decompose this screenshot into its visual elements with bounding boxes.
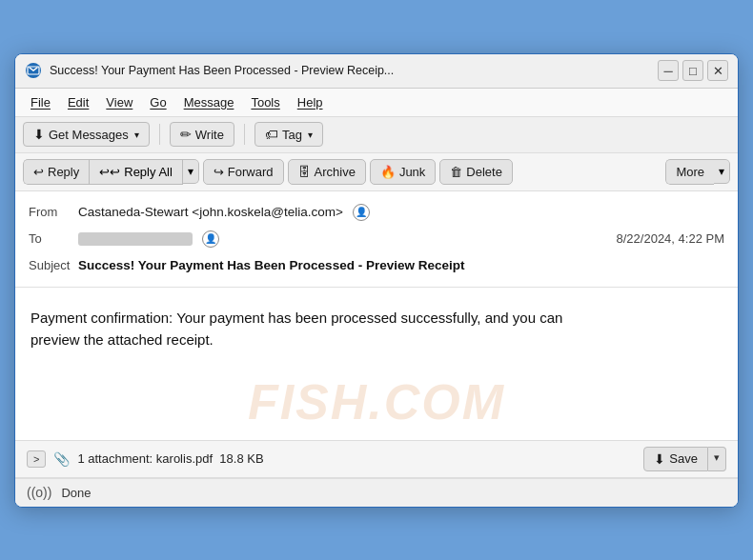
write-label: Write: [195, 128, 224, 142]
action-bar: ↩ Reply ↩↩ Reply All ▾ ↪ Forward 🗄 Archi…: [15, 153, 738, 191]
minimize-button[interactable]: ─: [658, 60, 679, 81]
reply-all-label: Reply All: [124, 165, 173, 179]
to-row: To 👤 8/22/2024, 4:22 PM: [29, 226, 724, 252]
forward-icon: ↪: [214, 165, 224, 179]
save-group: ⬇ Save ▾: [643, 447, 726, 471]
email-body: Payment confirmation: Your payment has b…: [15, 288, 738, 440]
status-icon: ((o)): [27, 485, 51, 500]
more-button[interactable]: More: [665, 159, 714, 185]
get-messages-icon: ⬇: [33, 127, 45, 142]
window-title: Success! Your Payment Has Been Processed…: [50, 64, 650, 77]
menu-file[interactable]: File: [23, 92, 58, 112]
attachment-bar: > 📎 1 attachment: karolis.pdf 18.8 KB ⬇ …: [15, 440, 738, 478]
delete-icon: 🗑: [450, 165, 462, 179]
reply-button[interactable]: ↩ Reply: [23, 159, 89, 185]
archive-label: Archive: [315, 165, 356, 179]
window-controls: ─ □ ✕: [658, 60, 728, 81]
main-window: Success! Your Payment Has Been Processed…: [14, 53, 739, 508]
to-user-icon[interactable]: 👤: [202, 230, 219, 248]
watermark: FISH.COM: [248, 373, 505, 430]
delete-label: Delete: [466, 165, 502, 179]
reply-dropdown-button[interactable]: ▾: [183, 159, 199, 184]
paperclip-icon: 📎: [53, 451, 70, 467]
from-name: Castaneda-Stewart: [78, 204, 189, 218]
menu-bar: File Edit View Go Message Tools Help: [15, 89, 738, 117]
from-user-icon[interactable]: 👤: [353, 204, 370, 221]
save-label: Save: [669, 451, 698, 466]
archive-button[interactable]: 🗄 Archive: [288, 159, 366, 185]
status-text: Done: [61, 486, 91, 500]
app-icon: [25, 62, 42, 79]
write-button[interactable]: ✏ Write: [170, 122, 234, 147]
save-button[interactable]: ⬇ Save: [643, 447, 708, 471]
menu-help[interactable]: Help: [290, 92, 331, 112]
to-value: 👤: [78, 230, 617, 248]
tag-icon: 🏷: [265, 127, 278, 142]
status-bar: ((o)) Done: [15, 478, 738, 507]
toolbar-divider-2: [244, 124, 245, 145]
more-dropdown-button[interactable]: ▾: [714, 159, 730, 184]
maximize-button[interactable]: □: [682, 60, 703, 81]
more-group: More ▾: [665, 159, 730, 185]
save-icon: ⬇: [654, 451, 665, 467]
reply-all-button[interactable]: ↩↩ Reply All: [89, 159, 183, 185]
forward-button[interactable]: ↪ Forward: [203, 159, 284, 185]
attachment-expand-button[interactable]: >: [27, 450, 46, 468]
attachment-info: 1 attachment: karolis.pdf 18.8 KB: [77, 451, 636, 466]
write-icon: ✏: [180, 127, 192, 142]
email-date: 8/22/2024, 4:22 PM: [617, 231, 724, 246]
menu-tools[interactable]: Tools: [243, 92, 287, 112]
subject-label: Subject: [29, 258, 78, 272]
menu-edit[interactable]: Edit: [60, 92, 96, 112]
email-header: From Castaneda-Stewart <john.koskela@tel…: [15, 191, 738, 288]
to-address-blurred: [78, 232, 193, 246]
menu-go[interactable]: Go: [142, 92, 173, 112]
from-row: From Castaneda-Stewart <john.koskela@tel…: [29, 199, 724, 226]
email-body-text: Payment confirmation: Your payment has b…: [31, 307, 602, 351]
get-messages-dropdown-icon[interactable]: ▾: [134, 130, 139, 140]
from-label: From: [29, 205, 78, 219]
junk-icon: 🔥: [380, 165, 396, 179]
tag-label: Tag: [282, 128, 302, 142]
subject-row: Subject Success! Your Payment Has Been P…: [29, 252, 724, 279]
menu-message[interactable]: Message: [176, 92, 242, 112]
from-value: Castaneda-Stewart <john.koskela@telia.co…: [78, 204, 724, 221]
junk-button[interactable]: 🔥 Junk: [370, 159, 436, 185]
junk-label: Junk: [399, 165, 425, 179]
tag-button[interactable]: 🏷 Tag ▾: [254, 122, 323, 147]
tag-dropdown-icon[interactable]: ▾: [308, 130, 313, 140]
title-bar: Success! Your Payment Has Been Processed…: [15, 54, 738, 89]
delete-button[interactable]: 🗑 Delete: [439, 159, 513, 185]
attachment-size-label: 18.8 KB: [219, 451, 263, 466]
toolbar-divider-1: [159, 124, 160, 145]
save-dropdown-button[interactable]: ▾: [708, 447, 726, 471]
reply-icon: ↩: [33, 165, 44, 179]
to-label: To: [29, 231, 78, 246]
more-label: More: [676, 165, 704, 179]
forward-label: Forward: [228, 165, 274, 179]
close-button[interactable]: ✕: [707, 60, 728, 81]
attachment-count-label: 1 attachment: karolis.pdf: [77, 451, 213, 466]
reply-label: Reply: [48, 165, 79, 179]
menu-view[interactable]: View: [98, 92, 140, 112]
email-subject: Success! Your Payment Has Been Processed…: [78, 258, 464, 272]
from-email: <john.koskela@telia.com>: [192, 204, 343, 218]
main-toolbar: ⬇ Get Messages ▾ ✏ Write 🏷 Tag ▾: [15, 117, 738, 153]
archive-icon: 🗄: [298, 165, 311, 179]
get-messages-label: Get Messages: [49, 128, 129, 142]
reply-all-icon: ↩↩: [99, 165, 120, 179]
get-messages-button[interactable]: ⬇ Get Messages ▾: [23, 122, 150, 147]
reply-group: ↩ Reply ↩↩ Reply All ▾: [23, 159, 199, 185]
